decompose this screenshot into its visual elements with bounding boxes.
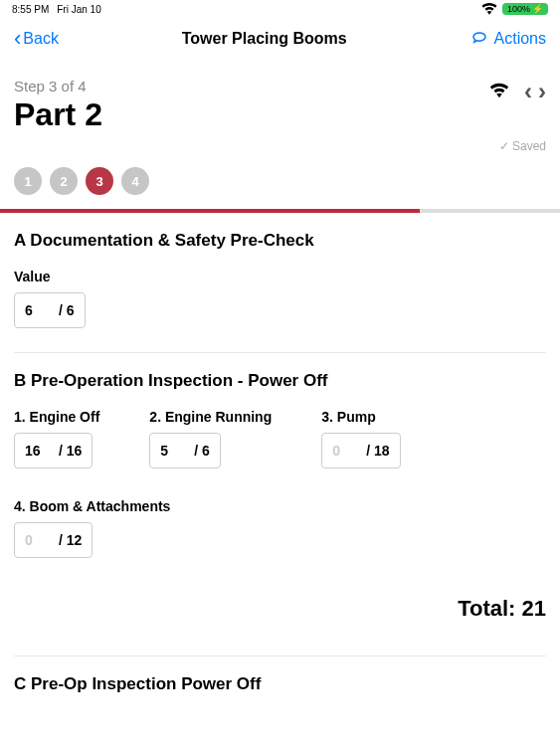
wifi-icon bbox=[488, 81, 510, 102]
step-label: Step 3 of 4 bbox=[14, 78, 102, 94]
section-c: C Pre-Op Inspection Power Off bbox=[0, 656, 560, 694]
value-label: Value bbox=[14, 269, 86, 284]
back-label: Back bbox=[23, 30, 59, 48]
status-bar: 8:55 PM Fri Jan 10 100% ⚡ bbox=[0, 0, 560, 18]
field-label: 3. Pump bbox=[321, 409, 400, 425]
page-header: Step 3 of 4 Part 2 ‹ › bbox=[0, 60, 560, 133]
field-label: 1. Engine Off bbox=[14, 409, 99, 425]
step-dot-2[interactable]: 2 bbox=[50, 167, 78, 195]
progress-fill bbox=[0, 209, 420, 213]
back-button[interactable]: ‹ Back bbox=[14, 28, 59, 50]
wifi-icon bbox=[480, 1, 498, 17]
step-dot-4[interactable]: 4 bbox=[121, 167, 149, 195]
field-input[interactable]: 16/ 16 bbox=[14, 433, 93, 468]
chat-icon bbox=[470, 28, 488, 50]
status-time: 8:55 PM bbox=[12, 4, 49, 15]
section-b-title: B Pre-Operation Inspection - Power Off bbox=[14, 371, 546, 391]
battery-icon: 100% ⚡ bbox=[502, 3, 548, 15]
field-input[interactable]: 5/ 6 bbox=[149, 433, 221, 468]
section-b: B Pre-Operation Inspection - Power Off 1… bbox=[0, 353, 560, 558]
section-b-field-3: 4. Boom & Attachments0/ 12 bbox=[14, 498, 170, 558]
actions-button[interactable]: Actions bbox=[470, 28, 546, 50]
field-input[interactable]: 0/ 18 bbox=[321, 433, 400, 468]
field-label: 4. Boom & Attachments bbox=[14, 498, 170, 514]
part-title: Part 2 bbox=[14, 96, 102, 133]
chevron-left-icon: ‹ bbox=[14, 28, 21, 50]
section-a: A Documentation & Safety Pre-Check Value… bbox=[0, 213, 560, 328]
field-label: 2. Engine Running bbox=[149, 409, 272, 425]
field-input[interactable]: 0/ 12 bbox=[14, 522, 93, 558]
section-c-title: C Pre-Op Inspection Power Off bbox=[14, 674, 546, 694]
check-icon: ✓ bbox=[499, 139, 509, 153]
step-dots: 1234 bbox=[0, 153, 560, 209]
nav-bar: ‹ Back Tower Placing Booms Actions bbox=[0, 18, 560, 60]
value-input[interactable]: 6 / 6 bbox=[14, 292, 86, 328]
total-row: Total: 21 bbox=[0, 578, 560, 632]
section-a-title: A Documentation & Safety Pre-Check bbox=[14, 231, 546, 251]
section-b-field-0: 1. Engine Off16/ 16 bbox=[14, 409, 99, 468]
step-dot-1[interactable]: 1 bbox=[14, 167, 42, 195]
actions-label: Actions bbox=[494, 30, 546, 48]
page-title: Tower Placing Booms bbox=[182, 30, 347, 48]
saved-indicator: ✓ Saved bbox=[0, 139, 560, 153]
section-b-field-1: 2. Engine Running5/ 6 bbox=[149, 409, 272, 468]
prev-step-button[interactable]: ‹ bbox=[524, 78, 532, 105]
step-dot-3[interactable]: 3 bbox=[86, 167, 113, 195]
next-step-button[interactable]: › bbox=[538, 78, 546, 105]
status-date: Fri Jan 10 bbox=[57, 4, 100, 15]
saved-label: Saved bbox=[512, 139, 546, 153]
section-b-field-2: 3. Pump0/ 18 bbox=[321, 409, 400, 468]
